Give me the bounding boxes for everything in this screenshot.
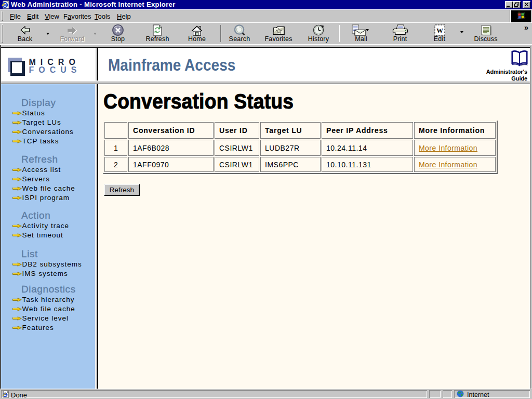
svg-text:W: W (436, 26, 443, 34)
